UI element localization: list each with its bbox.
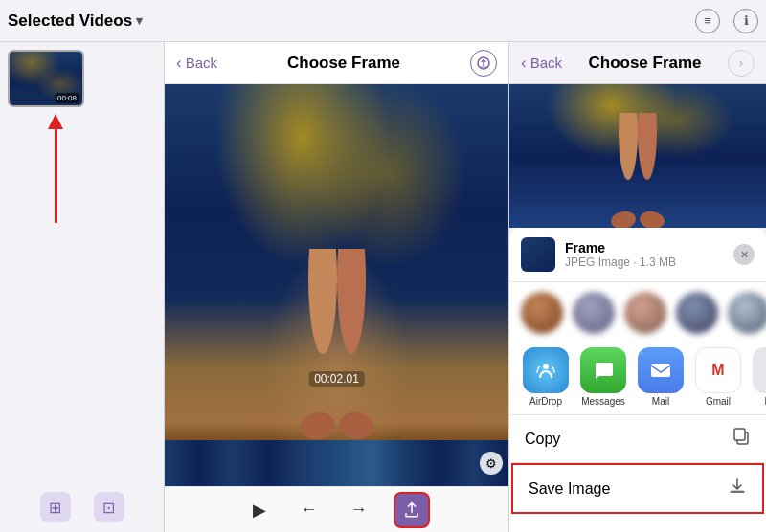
close-icon: ✕ [740,249,749,261]
copy-action-button[interactable]: Copy [509,415,766,463]
video-frame [165,84,508,440]
share-file-name: Frame [565,240,724,255]
right-back-chevron-icon: ‹ [521,54,527,73]
right-video-preview [509,84,766,228]
camera-button[interactable]: ⊡ [94,492,124,522]
right-back-button[interactable]: ‹ Back [521,54,562,73]
video-thumbnail[interactable]: 00:08 [8,50,84,107]
svg-point-8 [639,210,666,228]
save-image-label: Save Image [529,480,610,498]
folder-icon: ⊞ [49,499,61,517]
messages-icon [580,347,626,393]
right-nav-icon[interactable]: › [728,50,755,77]
svg-point-5 [619,113,638,180]
mail-icon [638,347,684,393]
center-controls: ▶ ← → [165,486,508,532]
filmstrip-settings-icon[interactable]: ⚙ [480,452,503,475]
share-close-button[interactable]: ✕ [733,244,755,265]
folder-button[interactable]: ⊞ [40,492,71,522]
airdrop-label: AirDrop [529,396,562,407]
svg-point-4 [336,410,374,440]
right-nav-title: Choose Frame [588,54,701,73]
share-header: Frame JPEG Image · 1.3 MB ✕ [509,228,766,282]
svg-point-6 [638,113,657,180]
share-file-meta: JPEG Image · 1.3 MB [565,255,724,269]
share-file-thumb [521,237,555,272]
share-file-info: Frame JPEG Image · 1.3 MB [565,240,724,269]
apps-row: AirDrop Messages Mail M [509,344,766,414]
next-frame-button[interactable]: → [344,495,374,525]
svg-point-3 [298,410,336,440]
svg-rect-12 [734,429,745,440]
camera-icon: ⊡ [102,499,115,517]
center-video-area: 00:02.01 [165,84,508,440]
center-back-label: Back [186,55,217,71]
gmail-label: Gmail [706,396,731,407]
mail-label: Mail [652,396,669,407]
more-icon: ••• [753,347,766,393]
share-sheet: Frame JPEG Image · 1.3 MB ✕ [509,228,766,532]
left-bottom-icons: ⊞ ⊡ [0,492,164,522]
top-bar-icons: ≡ ℹ [695,9,758,33]
airdrop-button[interactable]: AirDrop [521,347,571,407]
video-duration-badge: 00:08 [55,93,79,103]
title-text: Selected Videos [8,11,132,31]
center-nav-icon[interactable] [470,50,497,77]
svg-point-7 [610,210,638,228]
contact-avatar-3[interactable] [624,292,666,334]
chevron-down-icon: ▾ [136,13,143,28]
center-nav-title: Choose Frame [287,54,400,73]
legs-svg [289,249,385,440]
back-chevron-icon: ‹ [176,54,182,73]
timestamp-label: 00:02.01 [308,371,365,387]
copy-label: Copy [525,431,560,448]
airdrop-icon [523,347,569,393]
svg-rect-10 [651,364,670,377]
svg-point-2 [337,249,366,354]
filmstrip[interactable]: ⚙ [165,440,508,486]
svg-point-1 [308,249,337,354]
right-nav: ‹ Back Choose Frame › [509,42,766,84]
info-icon[interactable]: ℹ [733,9,758,33]
contact-avatar-1[interactable] [521,292,563,334]
menu-icon[interactable]: ≡ [695,9,720,33]
main-area: 00:08 ⊞ ⊡ ‹ Back Choose Frame [0,42,766,532]
save-image-action-button[interactable]: Save Image [511,463,764,514]
left-panel: 00:08 ⊞ ⊡ [0,42,165,532]
messages-button[interactable]: Messages [578,347,628,407]
center-back-button[interactable]: ‹ Back [176,54,217,73]
right-back-label: Back [530,55,562,71]
more-apps-button[interactable]: ••• More [751,347,766,407]
top-bar: Selected Videos ▾ ≡ ℹ [0,0,766,42]
svg-rect-13 [731,490,744,493]
prev-frame-button[interactable]: ← [294,495,325,525]
save-image-icon [728,477,747,500]
mail-button[interactable]: Mail [636,347,686,407]
svg-point-9 [543,364,549,369]
contact-avatar-5[interactable] [728,292,766,334]
gmail-button[interactable]: M Gmail [693,347,743,407]
share-actions: Copy Save Image [509,414,766,514]
play-button[interactable]: ▶ [244,495,275,525]
right-legs-svg [604,113,671,228]
messages-label: Messages [581,396,625,407]
arrow-indicator [48,114,63,223]
share-icon [403,501,420,519]
center-nav: ‹ Back Choose Frame [165,42,508,84]
contact-avatar-4[interactable] [676,292,718,334]
center-panel: ‹ Back Choose Frame 00:0 [165,42,509,532]
selected-videos-title[interactable]: Selected Videos ▾ [8,11,143,31]
gmail-icon: M [695,347,741,393]
share-button[interactable] [394,492,430,528]
right-panel: ‹ Back Choose Frame › Frame JPEG Image ·… [509,42,766,532]
copy-icon [732,427,751,451]
contacts-row [509,282,766,344]
contact-avatar-2[interactable] [573,292,615,334]
arrow-line [55,127,57,223]
